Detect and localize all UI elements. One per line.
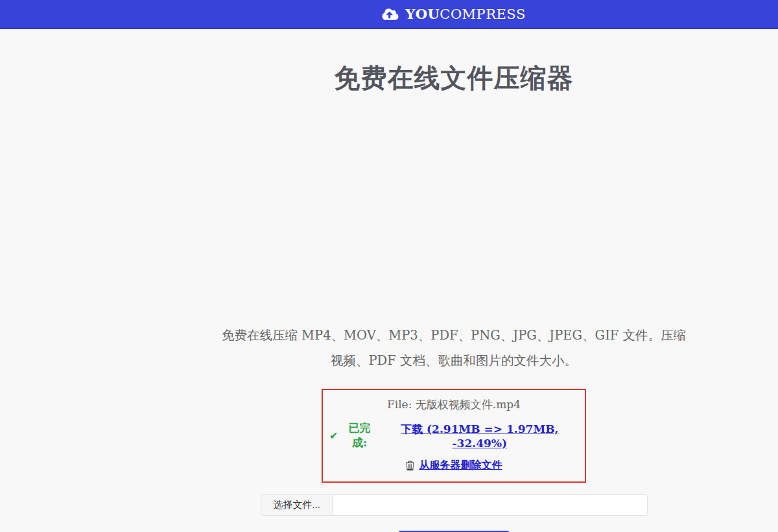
- brand-logo-compress: COMPRESS: [440, 6, 525, 22]
- status-done-label: 已完成:: [342, 421, 376, 450]
- file-input-value: [333, 495, 646, 515]
- navbar-inner: YOUCOMPRESS: [130, 0, 778, 28]
- file-input[interactable]: 选择文件...: [261, 494, 648, 516]
- trash-icon: [406, 461, 414, 470]
- page-title: 免费在线文件压缩器: [130, 60, 778, 96]
- top-navbar: YOUCOMPRESS: [0, 0, 778, 29]
- file-name-label: File: 无版权视频文件.mp4: [329, 397, 578, 412]
- choose-file-button[interactable]: 选择文件...: [261, 495, 334, 515]
- cloud-upload-icon: [382, 8, 399, 21]
- main-content: 免费在线文件压缩器 免费在线压缩 MP4、MOV、MP3、PDF、PNG、JPG…: [130, 60, 778, 532]
- check-icon: ✔: [329, 430, 338, 442]
- download-link[interactable]: 下载 (2.91MB => 1.97MB, -32.49%): [381, 422, 578, 450]
- brand-logo-you: YOU: [405, 6, 440, 22]
- status-line: ✔ 已完成: 下载 (2.91MB => 1.97MB, -32.49%): [329, 421, 578, 450]
- delete-line: 从服务器删除文件: [329, 459, 578, 472]
- compression-result-box: File: 无版权视频文件.mp4 ✔ 已完成: 下载 (2.91MB => 1…: [322, 389, 586, 483]
- brand-logo[interactable]: YOUCOMPRESS: [405, 6, 526, 22]
- intro-description: 免费在线压缩 MP4、MOV、MP3、PDF、PNG、JPG、JPEG、GIF …: [217, 323, 690, 373]
- delete-from-server-link[interactable]: 从服务器删除文件: [419, 459, 502, 472]
